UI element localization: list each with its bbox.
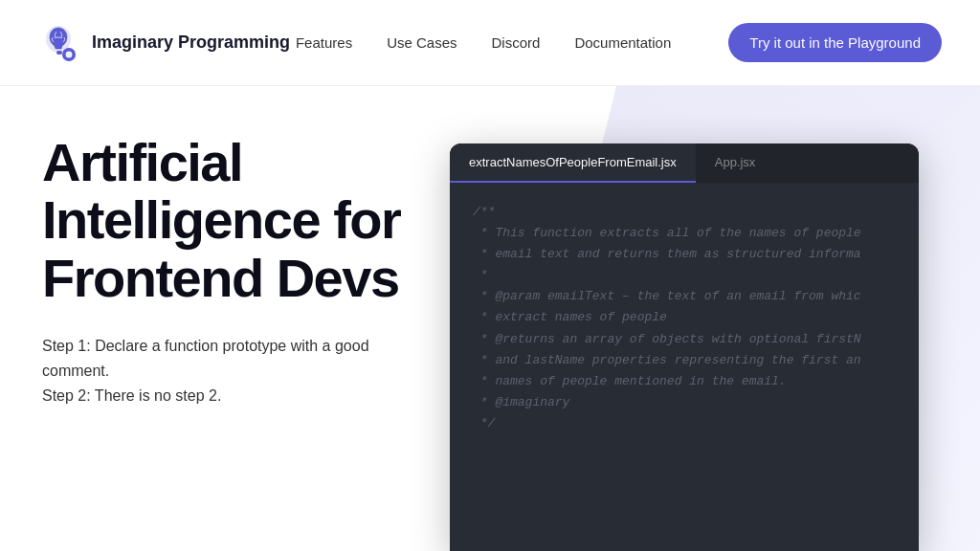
code-line-4: * <box>465 265 919 286</box>
code-line-3: * email text and returns them as structu… <box>465 244 919 265</box>
code-line-1: /** <box>465 202 919 223</box>
hero-title: Artificial Intelligence for Frontend Dev… <box>42 134 440 307</box>
hero-steps: Step 1: Declare a function prototype wit… <box>42 334 440 408</box>
code-line-6: * extract names of people <box>465 307 919 328</box>
code-panel: extractNamesOfPeopleFromEmail.jsx App.js… <box>450 143 919 551</box>
svg-point-3 <box>66 51 73 57</box>
nav-links: Features Use Cases Discord Documentation… <box>296 23 942 62</box>
code-line-10: * @imaginary <box>465 392 919 413</box>
code-line-7: * @returns an array of objects with opti… <box>465 329 919 350</box>
hero-content: Artificial Intelligence for Frontend Dev… <box>0 86 479 551</box>
code-body: /** * This function extracts all of the … <box>450 183 919 453</box>
hero-visual: extractNamesOfPeopleFromEmail.jsx App.js… <box>479 86 980 551</box>
tab-app[interactable]: App.jsx <box>696 143 775 183</box>
brand-icon <box>38 22 80 64</box>
brand-name: Imaginary Programming <box>92 33 290 53</box>
nav-documentation[interactable]: Documentation <box>574 34 671 51</box>
code-line-5: * @param emailText – the text of an emai… <box>465 286 919 307</box>
svg-rect-1 <box>56 51 62 55</box>
tab-extract[interactable]: extractNamesOfPeopleFromEmail.jsx <box>450 143 696 183</box>
hero-step1: Step 1: Declare a function prototype wit… <box>42 334 440 383</box>
nav-features[interactable]: Features <box>296 34 352 51</box>
brand: Imaginary Programming <box>38 22 290 64</box>
hero-section: Artificial Intelligence for Frontend Dev… <box>0 86 980 551</box>
code-tabs: extractNamesOfPeopleFromEmail.jsx App.js… <box>450 143 919 183</box>
code-line-8: * and lastName properties representing t… <box>465 350 919 371</box>
navbar: Imaginary Programming Features Use Cases… <box>0 0 980 86</box>
hero-step2: Step 2: There is no step 2. <box>42 384 440 408</box>
nav-discord[interactable]: Discord <box>492 34 541 51</box>
code-line-9: * names of people mentioned in the email… <box>465 371 919 392</box>
code-line-2: * This function extracts all of the name… <box>465 223 919 244</box>
code-line-11: */ <box>465 413 919 434</box>
nav-use-cases[interactable]: Use Cases <box>387 34 457 51</box>
cta-button[interactable]: Try it out in the Playground <box>728 23 942 62</box>
